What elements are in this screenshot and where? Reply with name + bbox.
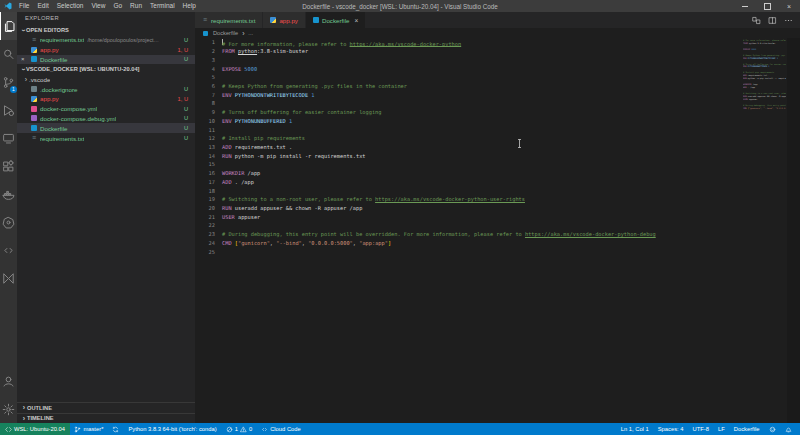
account-icon (2, 375, 15, 388)
tab-app.py[interactable]: app.py (263, 12, 305, 28)
activity-remote-explorer[interactable] (0, 124, 17, 152)
close-tab-icon[interactable]: × (354, 17, 358, 24)
code-line-17[interactable]: 17ADD . /app (195, 178, 800, 187)
code-line-14[interactable]: 14RUN python -m pip install -r requireme… (195, 151, 800, 160)
code-line-12[interactable]: 12# Install pip requirements (195, 134, 800, 143)
status-notifications[interactable] (780, 423, 796, 435)
code-line-5[interactable]: 5 (195, 73, 800, 82)
code-line-3[interactable]: 3 (195, 55, 800, 64)
line-number: 18 (195, 188, 222, 194)
code-line-22[interactable]: 22 (195, 221, 800, 230)
line-number: 11 (195, 127, 222, 133)
chevron-down-icon: › (20, 66, 27, 72)
code-editor[interactable]: 1# For more information, please refer to… (195, 38, 800, 423)
tab-label: requirements.txt (211, 17, 255, 24)
tree-item-.dockerignore[interactable]: .dockerignoreU (17, 84, 195, 94)
code-line-21[interactable]: 21USER appuser (195, 212, 800, 221)
close-window-button[interactable]: × (778, 0, 800, 12)
tree-item-docker-compose.yml[interactable]: docker-compose.ymlU (17, 104, 195, 114)
status-cursor-position[interactable]: Ln 1, Col 1 (616, 423, 653, 435)
breadcrumb[interactable]: Dockerfile › ... (195, 28, 800, 38)
docker-file-icon (203, 31, 208, 36)
menu-go[interactable]: Go (109, 2, 126, 9)
more-actions-button[interactable] (784, 16, 793, 25)
status-label: Cloud Code (270, 426, 301, 432)
minimap[interactable]: # For more information, please refer to … (743, 39, 786, 112)
git-status-badge: U (184, 86, 188, 92)
status-encoding[interactable]: UTF-8 (688, 423, 713, 435)
menu-edit[interactable]: Edit (33, 2, 52, 9)
tree-item-docker-compose.debug.yml[interactable]: docker-compose.debug.ymlU (17, 114, 195, 124)
status-cloud-code[interactable]: Cloud Code (257, 423, 306, 435)
code-line-6[interactable]: 6# Keeps Python from generating .pyc fil… (195, 82, 800, 91)
code-line-18[interactable]: 18 (195, 186, 800, 195)
tree-item-requirements.txt[interactable]: ≡requirements.txtU (17, 133, 195, 143)
code-line-11[interactable]: 11 (195, 125, 800, 134)
menu-view[interactable]: View (87, 2, 109, 9)
status-sync[interactable] (108, 423, 124, 435)
timeline-panel-header[interactable]: › TIMELINE (17, 413, 195, 424)
status-language-mode[interactable]: Dockerfile (729, 423, 764, 435)
code-line-24[interactable]: 24CMD ["gunicorn", "--bind", "0.0.0.0:50… (195, 239, 800, 248)
close-editor-icon[interactable]: × (21, 56, 25, 62)
code-line-15[interactable]: 15 (195, 160, 800, 169)
status-python-interpreter[interactable]: Python 3.8.3 64-bit ('torch': conda) (124, 423, 221, 435)
activity-account[interactable] (0, 367, 17, 395)
activity-source-control[interactable]: 1 (0, 68, 17, 96)
activity-docker[interactable] (0, 180, 17, 208)
minimize-button[interactable] (734, 0, 756, 12)
menu-terminal[interactable]: Terminal (146, 2, 179, 9)
status-remote-wsl[interactable]: WSL: Ubuntu-20.04 (0, 423, 70, 435)
code-line-10[interactable]: 10ENV PYTHONUNBUFFERED 1 (195, 116, 800, 125)
activity-cloud-code[interactable] (0, 236, 17, 264)
requirements-file-icon: ≡ (31, 135, 37, 141)
mouse-cursor (517, 139, 522, 148)
open-editor-Dockerfile[interactable]: ×DockerfileU (17, 55, 195, 65)
status-problems[interactable]: 10 (221, 423, 256, 435)
tree-item-.vscode[interactable]: ›.vscode (17, 74, 195, 84)
folder-root-header[interactable]: › VSCODE_DOCKER [WSL: UBUNTU-20.04] (17, 64, 195, 74)
line-number: 23 (195, 231, 222, 237)
editor-scrollbar[interactable] (787, 38, 800, 423)
tree-item-app.py[interactable]: app.py1, U (17, 94, 195, 104)
activity-run-and-debug[interactable] (0, 96, 17, 124)
status-feedback[interactable] (764, 423, 780, 435)
open-editor-requirements.txt[interactable]: ≡requirements.txt/home/dpoulopoulos/proj… (17, 35, 195, 45)
menu-file[interactable]: File (15, 2, 33, 9)
code-line-20[interactable]: 20RUN useradd appuser && chown -R appuse… (195, 204, 800, 213)
code-line-8[interactable]: 8 (195, 99, 800, 108)
tab-requirements.txt[interactable]: ≡requirements.txt (195, 12, 262, 28)
menu-selection[interactable]: Selection (53, 2, 88, 9)
open-editor-app.py[interactable]: app.py1, U (17, 45, 195, 55)
maximize-button[interactable] (756, 0, 778, 12)
status-git-branch[interactable]: master* (70, 423, 108, 435)
outline-panel-header[interactable]: › OUTLINE (17, 402, 195, 413)
open-editors-header[interactable]: › OPEN EDITORS (17, 25, 195, 35)
activity-manage[interactable] (0, 395, 17, 423)
code-line-13[interactable]: 13ADD requirements.txt . (195, 143, 800, 152)
open-changes-button[interactable] (752, 16, 761, 25)
split-editor-button[interactable] (768, 16, 777, 25)
file-path: /home/dpoulopoulos/projects/medium/vs... (87, 37, 159, 43)
code-line-7[interactable]: 7ENV PYTHONDONTWRITEBYTECODE 1 (195, 90, 800, 99)
tree-item-Dockerfile[interactable]: DockerfileU (17, 123, 195, 133)
code-line-4[interactable]: 4EXPOSE 5000 (195, 64, 800, 73)
code-line-9[interactable]: 9# Turns off buffering for easier contai… (195, 108, 800, 117)
menu-help[interactable]: Help (179, 2, 200, 9)
code-line-25[interactable]: 25 (195, 247, 800, 256)
activity-extensions[interactable] (0, 152, 17, 180)
activity-cloud-run[interactable] (0, 264, 17, 292)
code-line-19[interactable]: 19# Switching to a non-root user, please… (195, 195, 800, 204)
code-line-23[interactable]: 23# During debugging, this entry point w… (195, 230, 800, 239)
tab-Dockerfile[interactable]: Dockerfile× (306, 12, 365, 28)
status-indentation[interactable]: Spaces: 4 (653, 423, 688, 435)
code-line-16[interactable]: 16WORKDIR /app (195, 169, 800, 178)
activity-explorer[interactable] (0, 12, 17, 40)
docker-file-icon (313, 17, 319, 23)
status-eol[interactable]: LF (713, 423, 729, 435)
code-line-1[interactable]: 1# For more information, please refer to… (195, 38, 800, 47)
menu-run[interactable]: Run (126, 2, 146, 9)
code-line-2[interactable]: 2FROM python:3.8-slim-buster (195, 47, 800, 56)
activity-search[interactable] (0, 40, 17, 68)
activity-kubernetes[interactable] (0, 208, 17, 236)
